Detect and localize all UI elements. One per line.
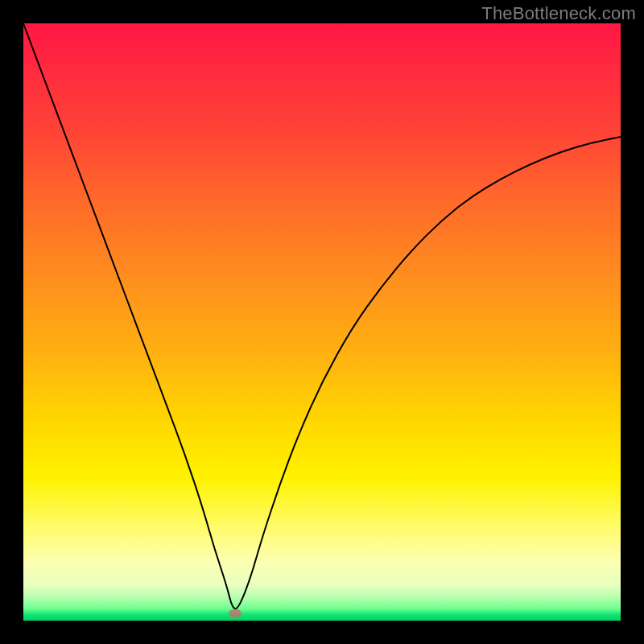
chart-frame: TheBottleneck.com bbox=[0, 0, 644, 644]
bottleneck-curve bbox=[23, 23, 621, 621]
plot-area bbox=[23, 23, 621, 621]
optimal-point-marker bbox=[229, 609, 242, 618]
watermark-text: TheBottleneck.com bbox=[481, 3, 636, 24]
